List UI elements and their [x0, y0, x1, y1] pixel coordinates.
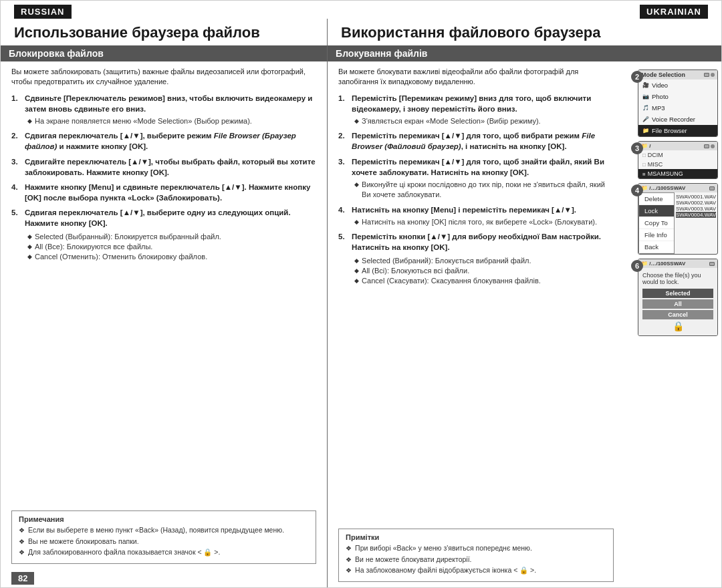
ctx-back: Back: [639, 241, 674, 253]
device-screens-column: 2 Mode Selection 🎥 Vi: [624, 67, 721, 587]
screen-file-listing: 3 📁 / □ DCIM: [638, 141, 716, 179]
ukrainian-label: UKRAINIAN: [640, 5, 708, 19]
lock-icon: 🔒: [642, 321, 713, 331]
screen4-title: 📁 /…/100SSWAV: [641, 261, 685, 267]
folder-icon-misc: □: [642, 162, 646, 168]
file-msamsung: ■ MSAMSUNG: [638, 169, 717, 178]
lock-prompt-text: Choose the file(s) you would to lock.: [642, 272, 713, 285]
right-step-3: 3. Перемістіть перемикач [▲/▼] для того,…: [338, 156, 614, 200]
file-dcim: □ DCIM: [638, 150, 717, 160]
context-menu: Delete Lock Copy To File Info Back: [638, 192, 675, 254]
right-intro: Ви можете блокувати важливі відеофайли а…: [338, 67, 614, 88]
left-step-1: 1. Сдвиньте [Переключатель режимов] вниз…: [11, 93, 316, 127]
ctx-copyto: Copy To: [639, 217, 674, 229]
menu-filebrowser: 📁 File Browser: [638, 125, 717, 136]
right-step-1: 1. Перемістіть [Перемикач режиму] вниз д…: [338, 93, 614, 127]
step-badge-3: 3: [631, 142, 643, 154]
signal-icon: [711, 73, 715, 77]
file-list-right: SWAV0001.WAV SWAV0002.WAV SWAV0003.WAV S…: [675, 192, 717, 254]
screen-lock-options: 6 📁 /…/100SSWAV Choose the file(s) you w…: [638, 259, 716, 336]
battery-icon-2: [704, 144, 709, 148]
step-badge-6: 6: [631, 260, 643, 272]
right-step-5: 5. Перемістіть кнопки [▲/▼] для вибору н…: [338, 231, 614, 253]
right-step-4: 4. Натисніть на кнопку [Menu] і переміст…: [338, 204, 614, 227]
lock-btn-selected: Selected: [642, 289, 713, 298]
step-badge-4: 4: [631, 184, 643, 196]
folder-icon-msamsung: ■: [642, 171, 646, 177]
mp3-icon: 🎵: [642, 105, 649, 112]
screen3-title: 📁 /…/100SSWAV: [641, 185, 685, 191]
screen-context-menu: 4 📁 /…/100SSWAV: [638, 183, 716, 255]
left-section-header: Блокировка файлов: [1, 45, 327, 61]
screen-mode-selection: 2 Mode Selection 🎥 Vi: [638, 69, 716, 137]
screen1-title: Mode Selection: [641, 71, 685, 78]
battery-icon-4: [709, 262, 715, 266]
folder-icon-dcim: □: [642, 152, 646, 158]
signal-icon-2: [711, 144, 715, 148]
page-number: 82: [11, 572, 34, 585]
right-main-title: Використання файлового браузера: [328, 19, 721, 45]
menu-mp3: 🎵 MP3: [638, 102, 717, 114]
left-step-4: 4. Нажмите кнопку [Menu] и сдвиньте пере…: [11, 182, 316, 203]
left-intro: Вы можете заблокировать (защитить) важны…: [11, 67, 316, 88]
battery-icon-3: [709, 186, 715, 190]
lock-btn-all: All: [642, 299, 713, 309]
left-notes-box: Примечания Если вы выберете в меню пункт…: [11, 510, 316, 564]
battery-icon: [704, 73, 709, 77]
lock-btn-cancel: Cancel: [642, 310, 713, 319]
left-main-title: Использование браузера файлов: [1, 19, 327, 45]
video-icon: 🎥: [642, 82, 649, 89]
right-section-header: Блокування файлів: [328, 45, 721, 61]
left-step-2: 2. Сдвигая переключатель [▲/▼], выберите…: [11, 130, 316, 152]
left-step-3: 3. Сдвигайте переключатель [▲/▼], чтобы …: [11, 156, 316, 178]
menu-video: 🎥 Video: [638, 80, 717, 91]
voice-icon: 🎤: [642, 116, 649, 123]
right-notes-box: Примітки При виборі «Back» у меню з'явит…: [338, 529, 614, 582]
step-badge-2: 2: [631, 71, 643, 83]
russian-label: RUSSIAN: [14, 5, 72, 19]
ctx-lock: Lock: [639, 205, 674, 217]
file-misc: □ MISC: [638, 160, 717, 169]
filebrowser-icon: 📁: [642, 128, 649, 134]
menu-voice: 🎤 Voice Recorder: [638, 114, 717, 125]
menu-photo: 📷 Photo: [638, 91, 717, 102]
photo-icon: 📷: [642, 94, 649, 100]
lock-options-area: Choose the file(s) you would to lock. Se…: [638, 268, 717, 335]
ctx-fileinfo: File Info: [639, 229, 674, 241]
left-step-5: 5. Сдвигая переключатель [▲/▼], выберите…: [11, 207, 316, 229]
ctx-delete: Delete: [639, 193, 674, 205]
right-step-2: 2. Перемістіть перемикач [▲/▼] для того,…: [338, 130, 614, 152]
